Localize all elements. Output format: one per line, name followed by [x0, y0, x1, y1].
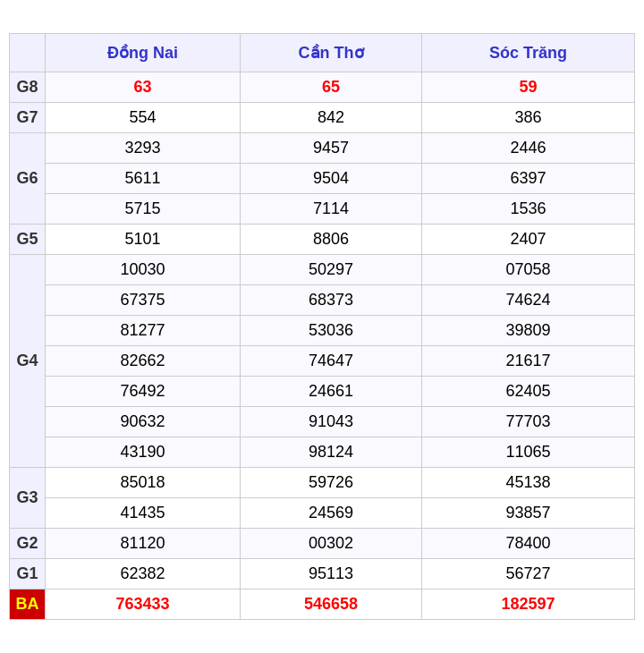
value-g6-0-col1: 3293 — [46, 133, 241, 164]
value-g3-1-col2: 24569 — [241, 498, 422, 529]
value-g4-3-col1: 82662 — [46, 346, 241, 377]
row-label-g3: G3 — [10, 468, 46, 529]
special-can-tho: 546658 — [241, 589, 422, 620]
g8-soc-trang: 59 — [422, 72, 635, 103]
value-g1-col1: 62382 — [46, 559, 241, 589]
value-g4-1-col3: 74624 — [422, 285, 635, 316]
value-g6-1-col1: 5611 — [46, 164, 241, 194]
value-g3-1-col3: 93857 — [422, 498, 635, 529]
value-g5-col3: 2407 — [422, 225, 635, 255]
value-g6-1-col3: 6397 — [422, 164, 635, 194]
row-label-g7: G7 — [10, 103, 46, 133]
value-g6-2-col1: 5715 — [46, 194, 241, 225]
header-dong-nai: Đồng Nai — [46, 34, 241, 72]
value-g4-5-col1: 90632 — [46, 407, 241, 437]
logo-cell: BA — [10, 589, 46, 620]
value-g4-4-col2: 24661 — [241, 377, 422, 407]
value-g4-3-col2: 74647 — [241, 346, 422, 377]
value-g4-4-col3: 62405 — [422, 377, 635, 407]
value-g4-6-col3: 11065 — [422, 437, 635, 468]
value-g4-1-col2: 68373 — [241, 285, 422, 316]
row-label-g8: G8 — [10, 72, 46, 103]
value-g4-2-col2: 53036 — [241, 316, 422, 346]
value-g4-0-col3: 07058 — [422, 255, 635, 285]
value-g4-0-col2: 50297 — [241, 255, 422, 285]
value-g6-0-col2: 9457 — [241, 133, 422, 164]
value-g4-5-col2: 91043 — [241, 407, 422, 437]
value-g1-col2: 95113 — [241, 559, 422, 589]
value-g4-2-col1: 81277 — [46, 316, 241, 346]
value-g6-0-col3: 2446 — [422, 133, 635, 164]
value-g4-1-col1: 67375 — [46, 285, 241, 316]
value-g6-1-col2: 9504 — [241, 164, 422, 194]
value-g6-2-col2: 7114 — [241, 194, 422, 225]
row-label-g4: G4 — [10, 255, 46, 468]
value-g5-col1: 5101 — [46, 225, 241, 255]
value-g2-col3: 78400 — [422, 529, 635, 559]
value-g3-0-col3: 45138 — [422, 468, 635, 498]
value-g1-col3: 56727 — [422, 559, 635, 589]
value-g6-2-col3: 1536 — [422, 194, 635, 225]
lottery-table: Đồng Nai Cần Thơ Sóc Trăng G8 63 65 59 G… — [9, 33, 635, 620]
value-g4-6-col2: 98124 — [241, 437, 422, 468]
value-g7-col3: 386 — [422, 103, 635, 133]
value-g4-4-col1: 76492 — [46, 377, 241, 407]
special-dong-nai: 763433 — [46, 589, 241, 620]
row-label-g1: G1 — [10, 559, 46, 589]
header-empty — [10, 34, 46, 72]
value-g2-col2: 00302 — [241, 529, 422, 559]
row-label-g5: G5 — [10, 225, 46, 255]
value-g7-col1: 554 — [46, 103, 241, 133]
value-g3-0-col1: 85018 — [46, 468, 241, 498]
row-label-g2: G2 — [10, 529, 46, 559]
value-g5-col2: 8806 — [241, 225, 422, 255]
value-g4-2-col3: 39809 — [422, 316, 635, 346]
g8-can-tho: 65 — [241, 72, 422, 103]
value-g7-col2: 842 — [241, 103, 422, 133]
value-g4-5-col3: 77703 — [422, 407, 635, 437]
value-g4-3-col3: 21617 — [422, 346, 635, 377]
row-label-g6: G6 — [10, 133, 46, 225]
g8-dong-nai: 63 — [46, 72, 241, 103]
header-soc-trang: Sóc Trăng — [422, 34, 635, 72]
value-g4-6-col1: 43190 — [46, 437, 241, 468]
value-g4-0-col1: 10030 — [46, 255, 241, 285]
value-g3-1-col1: 41435 — [46, 498, 241, 529]
special-soc-trang: 182597 — [422, 589, 635, 620]
value-g2-col1: 81120 — [46, 529, 241, 559]
header-can-tho: Cần Thơ — [241, 34, 422, 72]
value-g3-0-col2: 59726 — [241, 468, 422, 498]
